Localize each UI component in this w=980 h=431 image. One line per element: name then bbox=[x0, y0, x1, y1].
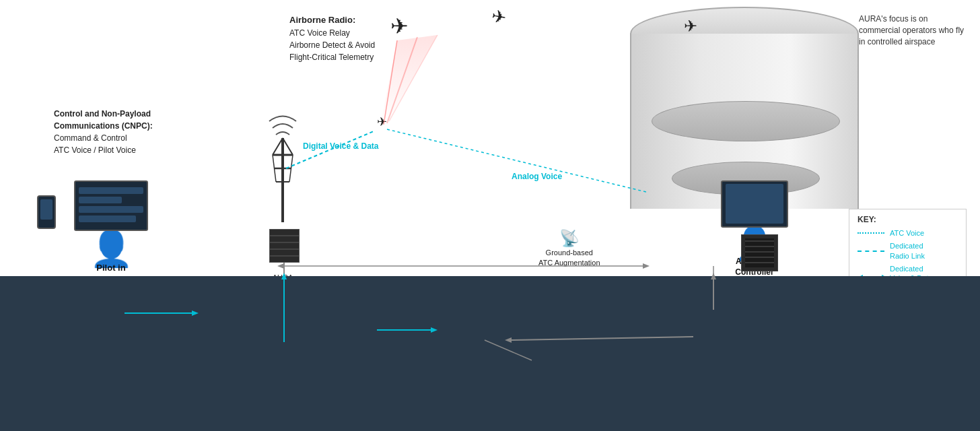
drone-2-icon: ✈ bbox=[489, 5, 508, 28]
screen-line bbox=[79, 216, 136, 222]
svg-line-4 bbox=[273, 138, 283, 155]
aura-focus-label: AURA's focus is on commercial operators … bbox=[859, 14, 964, 46]
key-line-radio-icon bbox=[858, 251, 884, 252]
bottom-section: Private End-to-End Cloud Network (secure… bbox=[0, 276, 980, 431]
airborne-radio-title: Airborne Radio: bbox=[289, 13, 375, 27]
mobile-device bbox=[37, 195, 56, 229]
cell-tower-svg bbox=[266, 108, 300, 229]
drone-1-icon: ✈ bbox=[390, 13, 409, 39]
digital-voice-label: Digital Voice & Data bbox=[303, 141, 378, 151]
key-item-radio: DedicatedRadio Link bbox=[858, 241, 958, 261]
drone-3-icon: ✈ bbox=[684, 17, 697, 36]
cell-site-base bbox=[269, 229, 300, 263]
airborne-radio-item-1: ATC Voice Relay bbox=[289, 27, 375, 39]
top-section: AURA's focus is on commercial operators … bbox=[0, 0, 980, 276]
key-title: KEY: bbox=[858, 215, 958, 224]
key-radio-label: DedicatedRadio Link bbox=[890, 241, 925, 261]
atc-aug-area: 📡 Ground-basedATC Augmentation bbox=[538, 229, 600, 269]
cnpc-item-1: Command & Control bbox=[54, 132, 188, 144]
atc-building-interior bbox=[745, 238, 773, 267]
screen-line bbox=[79, 206, 143, 213]
cylinder-inner1 bbox=[652, 101, 840, 141]
pilot-figure-icon: 👤 bbox=[90, 231, 133, 266]
key-item-atc: ATC Voice bbox=[858, 228, 958, 238]
pilot-area: 👤 Pilot inCommand bbox=[74, 180, 148, 286]
key-line-atc-icon bbox=[858, 232, 884, 234]
screen-line bbox=[79, 197, 122, 203]
mobile-screen bbox=[40, 199, 53, 220]
airborne-radio-item-3: Flight-Critical Telemetry bbox=[289, 51, 375, 63]
svg-line-5 bbox=[283, 138, 293, 155]
cnpc-item-2: ATC Voice / Pilot Voice bbox=[54, 144, 188, 156]
screen-line bbox=[79, 187, 143, 194]
drone-small-icon: ✈ bbox=[377, 114, 387, 129]
atc-building bbox=[741, 234, 778, 271]
atc-screen bbox=[721, 180, 788, 228]
atc-screen-display bbox=[726, 184, 783, 224]
cnpc-title: Control and Non-Payload Communications (… bbox=[54, 108, 188, 132]
aura-focus-text: AURA's focus is on commercial operators … bbox=[859, 13, 967, 47]
airborne-radio-box: Airborne Radio: ATC Voice Relay Airborne… bbox=[289, 13, 375, 63]
analog-voice-label: Analog Voice bbox=[512, 172, 562, 181]
airborne-radio-item-2: Airborne Detect & Avoid bbox=[289, 39, 375, 51]
atc-aug-label: Ground-basedATC Augmentation bbox=[538, 248, 600, 269]
pilot-screen bbox=[74, 180, 148, 231]
key-atc-label: ATC Voice bbox=[890, 228, 924, 238]
wifi-signal-icon: 📡 bbox=[538, 229, 600, 248]
cnpc-box: Control and Non-Payload Communications (… bbox=[54, 108, 188, 156]
